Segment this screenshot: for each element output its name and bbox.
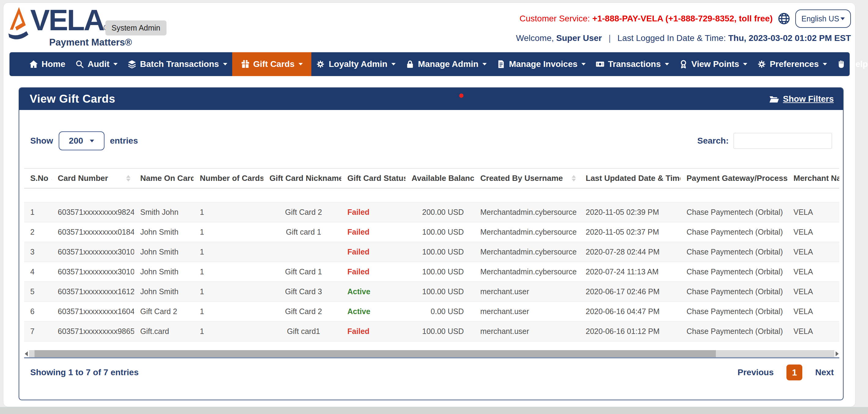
column-header-card-number[interactable]: Card Number: [52, 169, 134, 188]
cell-nickname: Gift Card 1: [264, 262, 341, 282]
horizontal-scrollbar: [24, 350, 839, 358]
caret-down-icon: [665, 63, 669, 65]
sort-arrows-icon: [51, 177, 52, 180]
pagination-previous[interactable]: Previous: [738, 368, 774, 377]
nav-item-batch-transactions[interactable]: Batch Transactions: [123, 52, 232, 76]
table-row: 7 603571xxxxxxxxx9865 Gift.card 1 Gift c…: [24, 321, 839, 341]
cell-name-on-card: Smith John: [134, 202, 194, 222]
lock-icon: [405, 60, 414, 69]
column-header-gift-card-status[interactable]: Gift Card Status: [341, 169, 405, 188]
cell-balance: 100.00 USD: [405, 282, 474, 301]
nav-item-preferences[interactable]: Preferences: [752, 52, 832, 76]
cell-number-of-cards: 1: [194, 262, 264, 282]
pagination-next[interactable]: Next: [815, 368, 834, 377]
cell-sno: 7: [24, 321, 52, 341]
column-header-payment-gateway-processor[interactable]: Payment Gateway/Processor: [680, 169, 787, 188]
cell-status: Failed: [341, 202, 405, 222]
cell-nickname: Gift Card 2: [264, 202, 341, 222]
cell-last-updated: 2020-06-16 01:12 PM: [580, 321, 680, 341]
show-filters-label: Show Filters: [783, 94, 834, 104]
cell-number-of-cards: 1: [194, 242, 264, 262]
table-row: 6 603571xxxxxxxxx1604 Gift Card 2 1 Gift…: [24, 301, 839, 321]
sort-arrows-icon: [126, 175, 130, 182]
nav-item-view-points[interactable]: View Points: [674, 52, 752, 76]
batch-layers-icon: [127, 60, 136, 69]
column-header-created-by-username[interactable]: Created By Username: [474, 169, 580, 188]
nav-item-transactions[interactable]: Transactions: [591, 52, 674, 76]
cell-nickname: [264, 242, 341, 262]
cell-status: Failed: [341, 262, 405, 282]
cell-status: Failed: [341, 222, 405, 242]
spacer-row: [24, 188, 839, 202]
gift-cards-table: S.No Card Number Name On Card: [24, 169, 839, 342]
cell-name-on-card: Gift Card 2: [134, 301, 194, 321]
last-login-label: Last Logged In Date & Time:: [617, 33, 726, 43]
system-admin-badge: System Admin: [105, 21, 166, 35]
cell-balance: 100.00 USD: [405, 321, 474, 341]
column-header-last-updated-date-time[interactable]: Last Updated Date & Time: [580, 169, 680, 188]
nav-item-manage-invoices[interactable]: Manage Invoices: [492, 52, 591, 76]
column-header-gift-card-nickname[interactable]: Gift Card Nickname: [264, 169, 341, 188]
cell-created-by: Merchantadmin.cybersource: [474, 262, 580, 282]
cell-card-number: 603571xxxxxxxxx9824: [52, 202, 134, 222]
scrollbar-track[interactable]: [29, 350, 834, 357]
cell-last-updated: 2020-07-28 02:44 PM: [580, 242, 680, 262]
language-select[interactable]: English US: [795, 9, 851, 28]
scroll-right-arrow-icon[interactable]: [836, 351, 839, 356]
pagination-page-1[interactable]: 1: [786, 364, 802, 380]
money-bill-icon: [595, 60, 604, 69]
cell-number-of-cards: 1: [194, 321, 264, 341]
showing-entries-summary: Showing 1 to 7 of 7 entries: [30, 368, 139, 377]
cell-merchant: VELA: [787, 301, 839, 321]
nav-item-loyalty-admin[interactable]: Loyalty Admin: [311, 52, 401, 76]
cell-balance: 100.00 USD: [405, 242, 474, 262]
nav-item-audit[interactable]: Audit: [70, 52, 123, 76]
cell-card-number: 603571xxxxxxxxx3010: [52, 242, 134, 262]
show-filters-link[interactable]: Show Filters: [769, 94, 834, 104]
entries-per-page-select[interactable]: 200: [59, 131, 104, 150]
pagination: Previous 1 Next: [738, 364, 834, 380]
welcome-label: Welcome,: [516, 33, 554, 43]
entries-label: entries: [110, 136, 138, 146]
cell-gateway: Chase Paymentech (Orbital): [680, 202, 787, 222]
cell-card-number: 603571xxxxxxxxx0184: [52, 222, 134, 242]
search-input[interactable]: [734, 133, 832, 149]
customer-service-phone: +1-888-PAY-VELA (+1-888-729-8352, toll f…: [592, 14, 773, 23]
cell-last-updated: 2020-11-05 02:37 PM: [580, 222, 680, 242]
gift-cards-table-wrap: S.No Card Number Name On Card: [24, 168, 839, 348]
nav-item-home[interactable]: Home: [24, 52, 70, 76]
cell-status: Failed: [341, 321, 405, 341]
cell-merchant: VELA: [787, 282, 839, 301]
cell-name-on-card: John Smith: [134, 282, 194, 301]
cell-nickname: Gift card1: [264, 321, 341, 341]
brand-tagline: Payment Matters®: [49, 37, 132, 48]
column-header-available-balance[interactable]: Available Balance: [405, 169, 474, 188]
hand-icon: [837, 60, 846, 69]
column-header-s-no[interactable]: S.No: [24, 169, 52, 188]
cell-merchant: VELA: [787, 262, 839, 282]
scroll-left-arrow-icon[interactable]: [25, 351, 28, 356]
table-row: 3 603571xxxxxxxxx3010 John Smith 1 Faile…: [24, 242, 839, 262]
column-header-merchant-name[interactable]: Merchant Name: [787, 169, 839, 188]
nav-item-gift-cards[interactable]: Gift Cards: [232, 52, 311, 76]
nav-item-manage-admin[interactable]: Manage Admin: [401, 52, 492, 76]
caret-down-icon: [223, 63, 227, 65]
table-row: 1 603571xxxxxxxxx9824 Smith John 1 Gift …: [24, 202, 839, 222]
cell-merchant: VELA: [787, 222, 839, 242]
entries-value: 200: [69, 136, 83, 146]
column-header-number-of-cards-[interactable]: Number of Cards?: [194, 169, 264, 188]
brand-wordmark: VELA: [30, 4, 103, 36]
caret-down-icon: [113, 63, 118, 65]
column-header-name-on-card[interactable]: Name On Card: [134, 169, 194, 188]
cell-card-number: 603571xxxxxxxxx1612: [52, 282, 134, 301]
invoice-icon: [496, 60, 506, 69]
cell-gateway: Chase Paymentech (Orbital): [680, 301, 787, 321]
cell-status: Active: [341, 282, 405, 301]
home-icon: [29, 60, 38, 69]
window-bottom-strip: [0, 407, 868, 414]
table-row: 4 603571xxxxxxxxx3010 John Smith 1 Gift …: [24, 262, 839, 282]
scrollbar-thumb[interactable]: [34, 350, 716, 357]
nav-item-help[interactable]: Help: [832, 52, 868, 76]
gift-icon: [241, 60, 250, 69]
cell-sno: 5: [24, 282, 52, 301]
